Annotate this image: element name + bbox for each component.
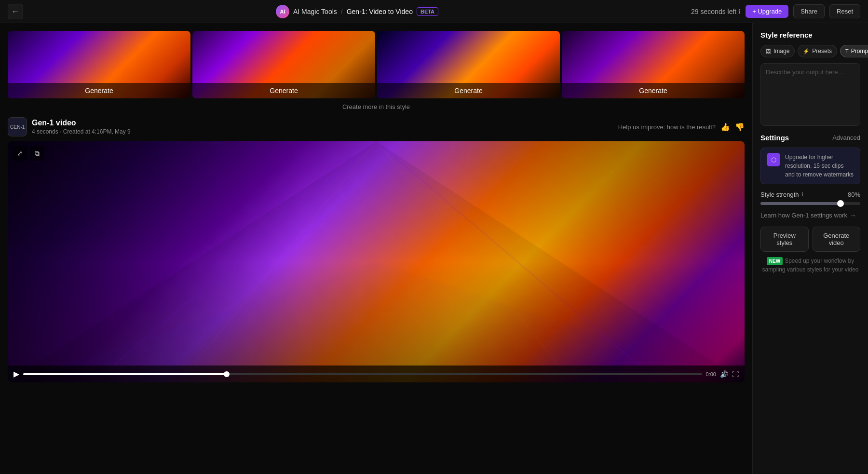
advanced-link[interactable]: Advanced — [832, 134, 860, 141]
prompt-textarea[interactable] — [760, 63, 860, 126]
action-buttons: Preview styles Generate video — [760, 227, 860, 252]
learn-link[interactable]: Learn how Gen-1 settings work → — [760, 212, 860, 219]
style-tabs: 🖼 Image ⚡ Presets T Prompt — [760, 45, 860, 57]
tab-prompt[interactable]: T Prompt — [840, 45, 868, 57]
tab-image-label: Image — [773, 48, 789, 54]
main-layout: Generate Generate Generate Generate Crea… — [0, 23, 868, 474]
share-button[interactable]: Share — [793, 4, 825, 18]
video-info: Gen-1 video 4 seconds · Created at 4:16P… — [32, 119, 131, 135]
workflow-hint: NEWSpeed up your workflow by sampling va… — [760, 257, 860, 274]
timer-display: 29 seconds left ℹ — [691, 8, 741, 15]
gallery-item-3[interactable]: Generate — [377, 31, 560, 98]
page-title: Gen-1: Video to Video — [347, 8, 413, 15]
video-display — [8, 141, 745, 382]
gallery-generate-3[interactable]: Generate — [377, 83, 560, 98]
create-more-text[interactable]: Create more in this style — [0, 98, 752, 117]
presets-tab-icon: ⚡ — [803, 48, 810, 54]
gallery-generate-4[interactable]: Generate — [562, 83, 745, 98]
slider-thumb[interactable] — [837, 200, 844, 207]
thumbup-icon[interactable]: 👍 — [720, 122, 730, 132]
gallery-row: Generate Generate Generate Generate — [0, 23, 752, 98]
right-sidebar: Style reference 🖼 Image ⚡ Presets T Prom… — [752, 23, 868, 474]
resize-button[interactable]: ⤢ — [13, 146, 27, 161]
improve-text: Help us improve: how is the result? — [618, 123, 716, 131]
progress-fill — [23, 373, 227, 375]
gen1-logo: GEN-1 — [8, 117, 27, 136]
gallery-generate-2[interactable]: Generate — [192, 83, 375, 98]
upgrade-banner-text: Upgrade for higher resolution, 15 sec cl… — [785, 153, 854, 179]
settings-title: Settings — [760, 134, 789, 142]
tab-image[interactable]: 🖼 Image — [760, 45, 795, 57]
prompt-tab-icon: T — [845, 48, 849, 54]
video-title: Gen-1 video — [32, 119, 131, 127]
progress-bar[interactable] — [23, 373, 702, 375]
video-card: GEN-1 Gen-1 video 4 seconds · Created at… — [8, 117, 745, 382]
thumbdown-icon[interactable]: 👎 — [735, 122, 745, 132]
upgrade-button[interactable]: + Upgrade — [746, 5, 788, 18]
fullscreen-icon[interactable]: ⛶ — [732, 370, 739, 378]
generate-video-button[interactable]: Generate video — [813, 227, 861, 252]
time-display: 0:00 — [706, 371, 716, 377]
gallery-item-4[interactable]: Generate — [562, 31, 745, 98]
reset-button[interactable]: Reset — [829, 4, 860, 18]
timer-info-icon[interactable]: ℹ — [738, 8, 741, 15]
video-bottom-controls: ▶ 0:00 🔊 ⛶ — [8, 366, 745, 382]
style-strength-slider[interactable] — [760, 202, 860, 205]
topnav-center: AI AI Magic Tools / Gen-1: Video to Vide… — [276, 5, 438, 18]
gallery-generate-1[interactable]: Generate — [8, 83, 190, 98]
gallery-item-2[interactable]: Generate — [192, 31, 375, 98]
avatar: AI — [276, 5, 289, 18]
style-strength-value: 80% — [848, 191, 860, 198]
upgrade-banner: ⬡ Upgrade for higher resolution, 15 sec … — [760, 148, 860, 184]
content-area: Generate Generate Generate Generate Crea… — [0, 23, 752, 474]
back-button[interactable]: ← — [8, 4, 23, 19]
video-header-right: Help us improve: how is the result? 👍 👎 — [618, 122, 745, 132]
tab-presets[interactable]: ⚡ Presets — [798, 45, 837, 57]
topnav: ← AI AI Magic Tools / Gen-1: Video to Vi… — [0, 0, 868, 23]
preview-styles-button[interactable]: Preview styles — [760, 227, 809, 252]
new-badge: NEW — [767, 257, 783, 265]
style-strength-info-icon[interactable]: ℹ — [801, 191, 803, 198]
slider-fill — [760, 202, 841, 205]
upgrade-banner-icon: ⬡ — [767, 153, 780, 166]
volume-icon[interactable]: 🔊 — [720, 370, 728, 378]
video-top-controls: ⤢ ⧉ — [13, 146, 44, 161]
arrow-icon: → — [850, 212, 856, 219]
progress-thumb[interactable] — [224, 371, 230, 377]
app-title: AI Magic Tools — [293, 8, 337, 15]
tab-presets-label: Presets — [812, 48, 832, 54]
play-button[interactable]: ▶ — [14, 369, 19, 379]
video-header: GEN-1 Gen-1 video 4 seconds · Created at… — [8, 117, 745, 136]
settings-header: Settings Advanced — [760, 134, 860, 142]
topnav-left: ← — [8, 4, 23, 19]
copy-button[interactable]: ⧉ — [30, 146, 44, 161]
beta-badge: BETA — [417, 7, 438, 16]
style-strength-label: Style strength ℹ — [760, 191, 803, 198]
breadcrumb-sep: / — [341, 8, 343, 15]
gallery-item-1[interactable]: Generate — [8, 31, 190, 98]
topnav-right: 29 seconds left ℹ + Upgrade Share Reset — [691, 4, 860, 18]
video-header-left: GEN-1 Gen-1 video 4 seconds · Created at… — [8, 117, 131, 136]
style-strength-row: Style strength ℹ 80% — [760, 191, 860, 198]
video-meta: 4 seconds · Created at 4:16PM, May 9 — [32, 128, 131, 135]
tab-prompt-label: Prompt — [851, 48, 868, 54]
image-tab-icon: 🖼 — [766, 48, 771, 54]
video-player: ⤢ ⧉ ▶ 0:00 🔊 ⛶ — [8, 141, 745, 382]
style-reference-title: Style reference — [760, 31, 860, 39]
